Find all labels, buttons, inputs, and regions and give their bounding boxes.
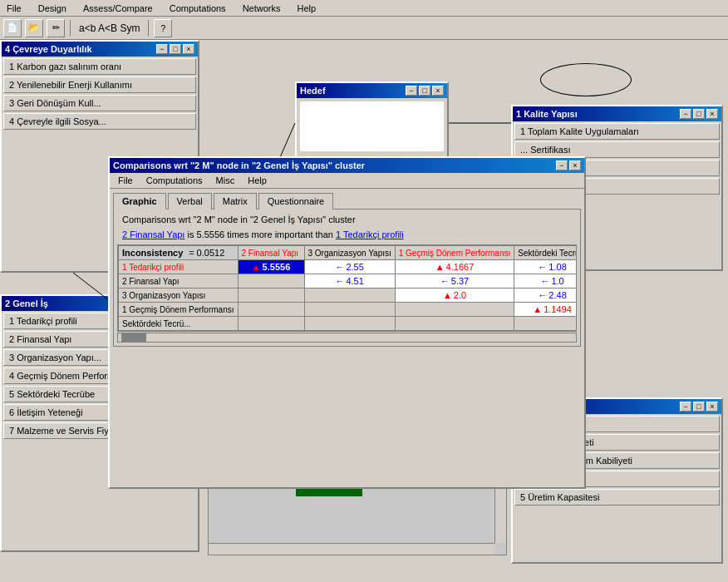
yapisi-close-btn[interactable]: × (706, 402, 718, 412)
tab-verbal[interactable]: Verbal (168, 193, 212, 210)
cell-0-1-arrow: ← (335, 262, 344, 272)
menu-networks[interactable]: Networks (239, 2, 284, 14)
hedef-title: Hedef (300, 86, 326, 96)
menu-design[interactable]: Design (35, 2, 70, 14)
col-header-3: 1 Geçmiş Dönem Performansı (395, 246, 514, 260)
toolbar-sep-2 (148, 20, 149, 37)
tab-questionnaire[interactable]: Questionnaire (258, 193, 334, 210)
row-1-cell-1[interactable]: ← 4.51 (304, 274, 395, 289)
col-header-2: 3 Organizasyon Yapısı (304, 246, 395, 260)
hscroll-thumb[interactable] (121, 333, 146, 342)
row-4-header: Sektördeki Tecrü... (119, 317, 239, 331)
hedef-title-btns: − □ × (406, 86, 444, 96)
tab-graphic[interactable]: Graphic (113, 193, 166, 210)
row-0-cell-1[interactable]: ← 2.55 (304, 260, 395, 274)
cell-0-3-num: 1.08 (548, 262, 566, 272)
dialog-menu-misc[interactable]: Misc (213, 175, 239, 186)
kalite-close-btn[interactable]: × (706, 109, 718, 119)
row-1-header: 2 Finansal Yapı (119, 274, 239, 289)
menu-help[interactable]: Help (293, 2, 319, 14)
col-header-4: Sektördeki Tecrü... (514, 246, 577, 260)
row-0-cell-3[interactable]: ← 1.08 (514, 260, 577, 274)
chevreye-item-1[interactable]: 1 Karbon gazı salınım oranı (3, 58, 196, 75)
menu-computations[interactable]: Computations (166, 2, 229, 14)
toolbar-edit-btn[interactable]: ✏ (47, 19, 65, 37)
comparisons-titlebar[interactable]: Comparisons wrt "2 M" node in "2 Genel İ… (110, 158, 584, 173)
yapisi-min-btn[interactable]: − (680, 402, 691, 412)
row-3-cell-3[interactable]: ▲ 1.1494 (514, 303, 577, 317)
chevreye-item-3[interactable]: 3 Geri Dönüşüm Kull... (3, 95, 196, 111)
kalite-title-btns: − □ × (680, 109, 718, 119)
cell-1-2-num: 5.37 (451, 276, 469, 286)
row-2-cell-0 (238, 289, 304, 303)
yapisi-max-btn[interactable]: □ (693, 402, 705, 412)
dialog-menu-computations[interactable]: Computations (143, 175, 206, 186)
chevreye-close-btn[interactable]: × (183, 44, 194, 54)
table-row-0: 1 Tedarikçi profili ▲ 5.5556 ← 2 (119, 260, 578, 274)
row-4-cell-2 (395, 317, 514, 331)
cell-0-2-num: 4.1667 (446, 262, 475, 272)
col-header-1: 2 Finansal Yapı (238, 246, 304, 260)
hedef-close-btn[interactable]: × (432, 86, 444, 96)
chevreye-item-2[interactable]: 2 Yenilenebilir Enerji Kullanımı (3, 76, 196, 93)
dialog-menu-help[interactable]: Help (244, 175, 270, 186)
canvas-hscroll[interactable] (209, 543, 494, 555)
dialog-min-btn[interactable]: − (556, 160, 568, 170)
cell-1-1-num: 4.51 (346, 276, 363, 286)
hedef-min-btn[interactable]: − (406, 86, 417, 96)
cell-3-3-arrow: ▲ (533, 304, 542, 314)
hedef-window: Hedef − □ × (295, 81, 449, 165)
table-row-3: 1 Geçmiş Dönem Performansı ▲ 1.1494 (119, 303, 578, 317)
dialog-close-btn[interactable]: × (569, 160, 581, 170)
dialog-menubar: File Computations Misc Help (110, 173, 584, 189)
menu-assess-compare[interactable]: Assess/Compare (80, 2, 156, 14)
chevreye-item-4[interactable]: 4 Çevreyle ilgili Sosya... (3, 113, 196, 130)
kalite-min-btn[interactable]: − (680, 109, 691, 119)
cell-0-0-arrow: ▲ (252, 262, 261, 272)
row-0-cell-0[interactable]: ▲ 5.5556 (238, 260, 304, 274)
hedef-max-btn[interactable]: □ (419, 86, 430, 96)
row-4-cell-1 (304, 317, 395, 331)
table-hscroll[interactable] (117, 333, 577, 343)
comparisons-table: Inconsistency = 0.0512 2 Finansal Yapı 3… (118, 245, 577, 331)
main-area: 4 Çevreye Duyarlılık − □ × 1 Karbon gazı… (0, 40, 728, 582)
yapisi-item-4[interactable]: 5 Üretim Kapasitesi (514, 489, 720, 506)
chevreye-min-btn[interactable]: − (156, 44, 168, 54)
kalite-max-btn[interactable]: □ (693, 109, 705, 119)
cell-3-3-num: 1.1494 (544, 304, 572, 314)
dialog-title-btns: − × (556, 160, 581, 170)
row-1-cell-3[interactable]: ← 1.0 (514, 274, 577, 289)
chevreye-content: 1 Karbon gazı salınım oranı 2 Yenilenebi… (2, 57, 198, 133)
dialog-tab-content: Comparisons wrt "2 M" node in "2 Genel İ… (113, 209, 581, 347)
table-row-1: 2 Finansal Yapı ← 4.51 ← (119, 274, 578, 289)
hedef-content (300, 101, 444, 151)
comparisons-dialog: Comparisons wrt "2 M" node in "2 Genel İ… (108, 156, 586, 489)
row-2-cell-3[interactable]: ← 2.48 (514, 289, 577, 303)
dialog-info-middle: is 5.5556 times more important than (184, 229, 336, 239)
table-wrapper[interactable]: Inconsistency = 0.0512 2 Finansal Yapı 3… (117, 244, 577, 332)
row-3-cell-0 (238, 303, 304, 317)
kalite-item-2[interactable]: ... Sertifikası (514, 141, 720, 158)
toolbar-new-btn[interactable]: 📄 (3, 19, 22, 37)
yapisi-title-btns: − □ × (680, 402, 718, 412)
oval-node-top (540, 63, 632, 96)
dialog-menu-file[interactable]: File (115, 175, 136, 186)
chevreye-titlebar[interactable]: 4 Çevreye Duyarlılık − □ × (2, 42, 198, 57)
hedef-titlebar[interactable]: Hedef − □ × (297, 83, 447, 98)
dialog-finansal-link[interactable]: 2 Finansal Yapı (122, 229, 184, 239)
row-0-cell-2[interactable]: ▲ 4.1667 (395, 260, 514, 274)
toolbar-help-btn[interactable]: ? (154, 19, 172, 37)
menu-file[interactable]: File (3, 2, 25, 14)
cell-2-2-value: ▲ 2.0 (443, 290, 466, 300)
row-1-cell-2[interactable]: ← 5.37 (395, 274, 514, 289)
kalite-titlebar[interactable]: 1 Kalite Yapısı − □ × (513, 106, 721, 121)
dialog-tedarikci-link[interactable]: 1 Tedarikçi profili (336, 229, 404, 239)
row-0-header: 1 Tedarikçi profili (119, 260, 239, 274)
toolbar-abc-label: a<b A<B Sym (79, 22, 140, 34)
tab-matrix[interactable]: Matrix (214, 193, 257, 210)
cell-2-3-arrow: ← (538, 290, 547, 300)
kalite-item-1[interactable]: 1 Toplam Kalite Uygulamaları (514, 123, 720, 140)
toolbar-open-btn[interactable]: 📂 (25, 19, 43, 37)
row-2-cell-2[interactable]: ▲ 2.0 (395, 289, 514, 303)
chevreye-max-btn[interactable]: □ (170, 44, 181, 54)
